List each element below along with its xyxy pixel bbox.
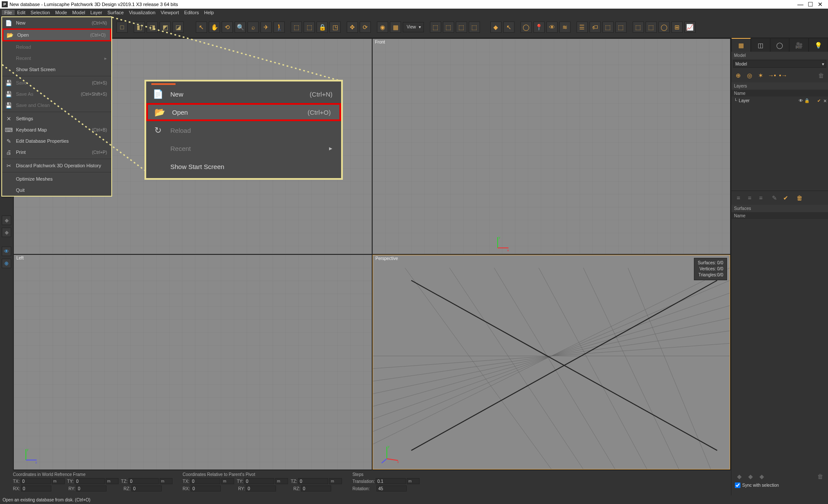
tool-a1[interactable]: □ [116,22,128,33]
tool-select[interactable]: ↖ [196,22,207,33]
tab-materials[interactable]: ◫ [751,38,770,52]
tool-zoomfit[interactable]: ⌕ [248,22,259,33]
tool-b4[interactable]: ◳ [329,22,341,33]
tab-camera[interactable]: 🎥 [789,38,809,52]
rb-ic-2[interactable]: ◆ [746,472,755,481]
ptz-input[interactable] [298,478,328,484]
filemenu-item-open[interactable]: 📂Open(Ctrl+O) [2,28,111,41]
filemenu-item-recent[interactable]: Recent▸ [2,53,111,64]
tool-a2[interactable]: ◧ [134,22,145,33]
translation-input[interactable] [376,478,406,484]
model-ic-2[interactable]: ◎ [745,71,754,80]
tool-h1[interactable]: ☰ [577,22,588,33]
tz-input[interactable] [129,478,159,484]
tool-d2[interactable]: ▦ [390,22,401,33]
model-ic-1[interactable]: ⊕ [734,71,743,80]
viewport-front[interactable]: Front yx [373,39,731,254]
filemenu-item-show-start-screen[interactable]: Show Start Screen [2,64,111,75]
prx-input[interactable] [191,485,221,491]
tool-h3[interactable]: ⬚ [602,22,614,33]
rotation-input[interactable] [376,485,407,491]
tool-c1[interactable]: ✥ [347,22,358,33]
delete-icon[interactable]: 🗑 [817,71,825,80]
tool-f2[interactable]: ↖ [503,22,514,33]
menu-visualization[interactable]: Visualization [126,10,158,15]
model-dropdown[interactable]: Model▾ [733,60,826,68]
callout-item-recent[interactable]: Recent▸ [146,139,341,157]
tab-model[interactable]: ▦ [731,38,751,52]
ty-input[interactable] [75,478,105,484]
menu-editors[interactable]: Editors [182,10,201,15]
filemenu-item-new[interactable]: 📄New(Ctrl+N) [2,17,111,28]
filemenu-item-save-and-clean[interactable]: 💾Save and Clean [2,100,111,111]
filemenu-item-keyboard-map[interactable]: ⌨Keyboard Map(Ctrl+B) [2,124,111,135]
menu-help[interactable]: Help [201,10,216,15]
pry-input[interactable] [246,485,276,491]
sync-checkbox[interactable]: Sync with selection [735,482,825,488]
tool-i5[interactable]: 📈 [684,22,696,33]
prz-input[interactable] [301,485,331,491]
layers-ic-2[interactable]: ≡ [745,194,754,202]
close-button[interactable]: ✕ [818,1,823,8]
tool-h2[interactable]: 🏷 [590,22,601,33]
ry-input[interactable] [76,485,107,491]
filemenu-item-save[interactable]: 💾Save(Ctrl+S) [2,77,111,88]
rx-input[interactable] [21,485,51,491]
filemenu-item-optimize-meshes[interactable]: Optimize Meshes [2,173,111,185]
tool-b3[interactable]: 🔒 [317,22,328,33]
menu-model[interactable]: Model [70,10,88,15]
filemenu-item-edit-database-properties[interactable]: ✎Edit Database Properties [2,135,111,147]
vtool-add[interactable]: ⊕ [2,259,11,268]
minimize-button[interactable]: — [797,1,803,8]
model-ic-4[interactable]: →• [768,71,776,80]
filemenu-item-print[interactable]: 🖨Print(Ctrl+P) [2,147,111,158]
tool-i1[interactable]: ⬚ [633,22,644,33]
trash-icon[interactable]: 🗑 [795,194,804,202]
view-dropdown[interactable]: View▾ [403,22,424,32]
tool-g1[interactable]: ◯ [521,22,532,33]
tool-b2[interactable]: ⬚ [304,22,315,33]
model-ic-3[interactable]: ✶ [756,71,765,80]
menu-mode[interactable]: Mode [53,10,70,15]
ptx-input[interactable] [190,478,220,484]
layers-ic-4[interactable]: ✎ [770,194,779,202]
callout-item-open[interactable]: 📂Open(Ctrl+O) [146,103,341,121]
filemenu-item-quit[interactable]: Quit [2,185,111,196]
tool-f1[interactable]: ◆ [490,22,502,33]
tool-h4[interactable]: ⬚ [615,22,627,33]
tool-rotate[interactable]: ⟲ [222,22,233,33]
viewport-left[interactable]: Left yz [14,255,372,470]
tool-i4[interactable]: ⊞ [671,22,683,33]
tool-pan[interactable]: ✋ [209,22,220,33]
tool-e3[interactable]: ⬚ [456,22,467,33]
tool-g3[interactable]: 👁 [546,22,558,33]
filemenu-item-discard-patchwork-3d-operation-history[interactable]: ✂Discard Patchwork 3D Operation History [2,160,111,171]
layers-ic-1[interactable]: ≡ [734,194,743,202]
rb-ic-1[interactable]: ◆ [735,472,743,481]
vtool-11[interactable]: ◆ [2,216,11,225]
pty-input[interactable] [244,478,274,484]
tool-fly[interactable]: ✈ [260,22,272,33]
layer-row[interactable]: └Layer 👁🔒✔⨯ [731,97,828,104]
tab-light[interactable]: 💡 [809,38,828,52]
tool-e4[interactable]: ⬚ [469,22,480,33]
tool-a4[interactable]: ◩ [160,22,171,33]
tool-i2[interactable]: ⬚ [646,22,657,33]
rb-trash-icon[interactable]: 🗑 [816,472,825,481]
layers-ic-3[interactable]: ≡ [756,194,765,202]
callout-item-show-start-screen[interactable]: Show Start Screen [146,157,341,175]
maximize-button[interactable]: ☐ [808,1,813,8]
rb-ic-3[interactable]: ◆ [757,472,766,481]
vtool-eye[interactable]: 👁 [2,247,11,256]
menu-viewport[interactable]: Viewport [158,10,182,15]
filemenu-item-reload[interactable]: Reload [2,41,111,53]
filemenu-item-settings[interactable]: ✕Settings [2,113,111,124]
filemenu-item-save-as[interactable]: 💾Save As(Ctrl+Shift+S) [2,88,111,100]
tool-g2[interactable]: 📍 [533,22,545,33]
menu-layer[interactable]: Layer [88,10,105,15]
vtool-12[interactable]: ◆ [2,228,11,237]
tool-c2[interactable]: ⟳ [360,22,371,33]
callout-item-new[interactable]: 📄New(Ctrl+N) [146,85,341,103]
tool-e1[interactable]: ⬚ [430,22,441,33]
menu-selection[interactable]: Selection [28,10,53,15]
